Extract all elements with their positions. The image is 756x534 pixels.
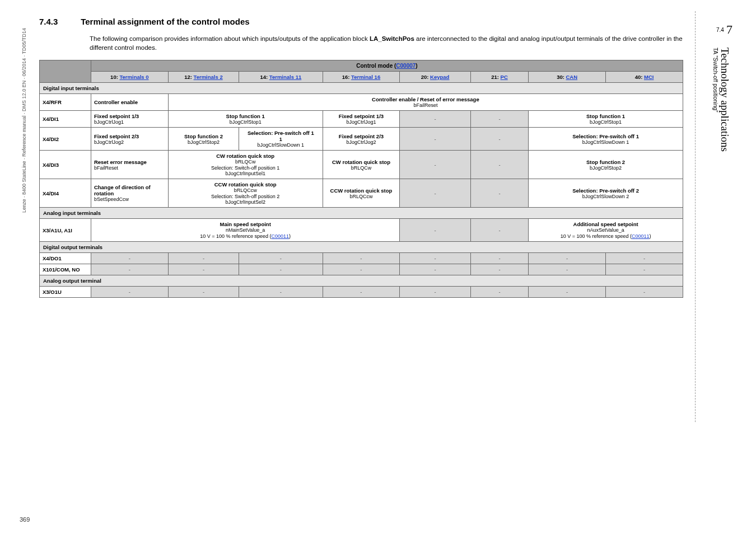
control-mode-header: Control mode (C00007) (91, 60, 683, 72)
do1-e8: - (606, 253, 683, 264)
heading-title: Terminal assignment of the control modes (81, 17, 249, 26)
o1u-e8: - (606, 287, 683, 298)
do1-e7: - (529, 253, 606, 264)
chapter-title: Technology applications (718, 48, 731, 152)
hdr-14: 14: Terminals 11 (239, 72, 323, 83)
row-di3: X4/DI3 Reset error messagebFailReset CW … (40, 151, 683, 179)
sec-analog-input: Analog input terminals (40, 208, 683, 219)
label-di2: X4/DI2 (40, 128, 91, 151)
o1u-e3: - (239, 287, 323, 298)
di2-c1: Fixed setpoint 2/3bJogCtrlJog2 (91, 128, 168, 151)
row-do1: X4/DO1 - - - - - - - - (40, 253, 683, 264)
di1-g2: Stop function 1bJogCtrlStop1 (529, 111, 683, 128)
do1-e4: - (323, 253, 400, 264)
chapter-number: 7 (726, 22, 732, 37)
rfr-span: Controller enable / Reset of error messa… (168, 94, 683, 111)
intro-bold: LA_SwitchPos (370, 35, 414, 42)
a1u-e1: - (400, 219, 470, 242)
page-number: 369 (20, 516, 30, 523)
sidebar-manual-ref: Lenze · 8400 StateLine · Reference manua… (21, 28, 27, 213)
row-o1u: X3/O1U - - - - - - - - (40, 287, 683, 298)
di4-e2: - (470, 179, 528, 208)
link-terminal16[interactable]: Terminal 16 (351, 74, 380, 80)
com-e8: - (606, 264, 683, 275)
di1-c4: Fixed setpoint 1/3bJogCtrlJog1 (323, 111, 400, 128)
section-title-side: TA "Switch-off positioning" (712, 48, 718, 113)
com-e7: - (529, 264, 606, 275)
row-di4: X4/DI4 Change of direction of rotationbS… (40, 179, 683, 208)
di3-g2: Stop function 2bJogCtrlStop2 (529, 151, 683, 179)
o1u-e1: - (91, 287, 168, 298)
o1u-e4: - (323, 287, 400, 298)
c00007-link[interactable]: C00007 (396, 63, 416, 69)
di1-c1: Fixed setpoint 1/3bJogCtrlJog1 (91, 111, 168, 128)
do1-e1: - (91, 253, 168, 264)
di4-g2: Selection: Pre-switch off 2bJogCtrlSlowD… (529, 179, 683, 208)
row-a1u: X3/A1U, A1I Main speed setpoint nMainSet… (40, 219, 683, 242)
di3-c4: CW rotation quick stopbRLQCw (323, 151, 400, 179)
com-e2: - (168, 264, 239, 275)
di1-e1: - (400, 111, 470, 128)
do1-e2: - (168, 253, 239, 264)
terminal-table: Control mode (C00007) 10: Terminals 0 12… (39, 60, 683, 298)
cm-close: ) (416, 63, 417, 69)
sec-digital-output: Digital output terminals (40, 242, 683, 253)
section-heading: 7.4.3 Terminal assignment of the control… (39, 17, 683, 26)
a1u-g1: Main speed setpoint nMainSetValue_a 10 V… (91, 219, 399, 242)
corner-cell (40, 60, 91, 83)
link-terminals2[interactable]: Terminals 2 (194, 74, 223, 80)
label-di4: X4/DI4 (40, 179, 91, 208)
di3-e2: - (470, 151, 528, 179)
label-do1: X4/DO1 (40, 253, 91, 264)
o1u-e2: - (168, 287, 239, 298)
di4-c4: CCW rotation quick stopbRLQCcw (323, 179, 400, 208)
label-di3: X4/DI3 (40, 151, 91, 179)
hdr-16: 16: Terminal 16 (323, 72, 400, 83)
link-c00011-b[interactable]: C00011 (632, 233, 650, 239)
di2-c4: Fixed setpoint 2/3bJogCtrlJog2 (323, 128, 400, 151)
di4-c1: Change of direction of rotationbSetSpeed… (91, 179, 168, 208)
hdr-20: 20: Keypad (400, 72, 470, 83)
do1-e6: - (470, 253, 528, 264)
intro-a: The following comparison provides inform… (90, 35, 370, 42)
row-di1: X4/DI1 Fixed setpoint 1/3bJogCtrlJog1 St… (40, 111, 683, 128)
link-keypad[interactable]: Keypad (430, 74, 449, 80)
label-di1: X4/DI1 (40, 111, 91, 128)
di2-g2: Selection: Pre-switch off 1bJogCtrlSlowD… (529, 128, 683, 151)
divider (695, 11, 696, 422)
label-rfr: X4/RFR (40, 94, 91, 111)
o1u-e5: - (400, 287, 470, 298)
link-pc[interactable]: PC (501, 74, 508, 80)
di2-c2: Stop function 2bJogCtrlStop2 (168, 128, 239, 151)
sec-digital-input: Digital input terminals (40, 83, 683, 94)
label-com: X101/COM, NO (40, 264, 91, 275)
link-terminals11[interactable]: Terminals 11 (269, 74, 301, 80)
label-a1u: X3/A1U, A1I (40, 219, 91, 242)
sec-analog-output: Analog output terminal (40, 275, 683, 287)
com-e5: - (400, 264, 470, 275)
di2-c3: Selection: Pre-switch off 11bJogCtrlSlow… (239, 128, 323, 151)
com-e3: - (239, 264, 323, 275)
do1-e3: - (239, 253, 323, 264)
o1u-e6: - (470, 287, 528, 298)
di2-e1: - (400, 128, 470, 151)
com-e1: - (91, 264, 168, 275)
link-c00011-a[interactable]: C00011 (272, 233, 290, 239)
com-e6: - (470, 264, 528, 275)
section-number: 7.4 (716, 27, 724, 33)
a1u-e2: - (470, 219, 528, 242)
di2-e2: - (470, 128, 528, 151)
link-terminals0[interactable]: Terminals 0 (119, 74, 148, 80)
link-can[interactable]: CAN (566, 74, 578, 80)
link-mci[interactable]: MCI (644, 74, 654, 80)
a1u-g2: Additional speed setpoint nAuxSetValue_a… (529, 219, 683, 242)
row-com: X101/COM, NO - - - - - - - - (40, 264, 683, 275)
label-o1u: X3/O1U (40, 287, 91, 298)
hdr-21: 21: PC (470, 72, 528, 83)
row-di2: X4/DI2 Fixed setpoint 2/3bJogCtrlJog2 St… (40, 128, 683, 151)
rfr-c1: Controller enable (91, 94, 168, 111)
di4-e1: - (400, 179, 470, 208)
di1-g1: Stop function 1bJogCtrlStop1 (168, 111, 323, 128)
di4-g1: CCW rotation quick stop bRLQCcw Selectio… (168, 179, 323, 208)
cm-label: Control mode ( (356, 63, 396, 69)
